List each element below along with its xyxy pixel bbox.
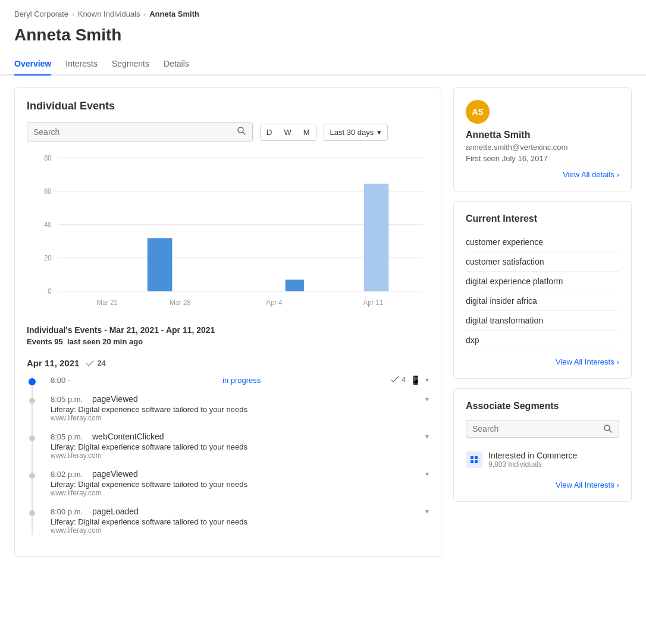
event-details-1: Liferay: Digital experience software tai… [51,442,429,451]
svg-line-20 [610,431,612,433]
profile-card: AS Annetta Smith annette.smith@vertexinc… [453,87,632,191]
view-all-segments-link[interactable]: View All Interests › [466,480,619,489]
avatar: AS [466,100,490,124]
event-url-0: www.liferay.com [51,414,429,422]
breadcrumb-item-1[interactable]: Beryl Corporate [14,10,68,18]
content-area: Individual Events D W M Last 30 days ▾ [0,76,646,568]
event-item-1: 8:05 p.m. webContentClicked ▾ Liferay: D… [39,432,429,460]
tab-details[interactable]: Details [164,54,189,76]
day-count: 24 [85,359,105,368]
event-name-2: pageViewed [92,469,425,479]
time-btn-w[interactable]: W [278,124,297,140]
svg-line-1 [243,133,246,135]
search-box[interactable] [27,122,253,142]
events-count: 95 [54,337,62,346]
breadcrumb-sep-1: › [72,11,74,18]
segment-count-0: 9,803 Individuals [488,460,577,469]
tabs-bar: Overview Interests Segments Details [0,54,646,76]
time-btn-m[interactable]: M [297,124,316,140]
events-summary: Individual's Events - Mar 21, 2021 - Apr… [27,325,429,346]
view-all-interests-link[interactable]: View All Interests › [466,357,619,366]
svg-rect-24 [475,460,478,463]
breadcrumb-item-2[interactable]: Known Individuals [78,10,140,18]
event-dot-active [29,378,36,385]
search-button[interactable] [237,126,246,138]
svg-text:Apr 4: Apr 4 [266,299,283,306]
chevron-right-icon: › [617,170,619,179]
event-actions-session: 4 📱 ▾ [391,375,429,385]
event-details-3: Liferay: Digital experience software tai… [51,517,429,526]
right-panel: AS Annetta Smith annette.smith@vertexinc… [453,87,632,557]
event-details-2: Liferay: Digital experience software tai… [51,480,429,489]
main-panel: Individual Events D W M Last 30 days ▾ [14,87,441,557]
tab-interests[interactable]: Interests [65,54,98,76]
svg-text:60: 60 [44,187,52,195]
event-name-0: pageViewed [92,394,425,404]
svg-text:80: 80 [44,154,52,162]
day-date: Apr 11, 2021 [27,358,79,368]
session-count: 4 [391,376,406,384]
view-all-segments-label: View All Interests [556,480,614,489]
view-all-interests-label: View All Interests [556,357,614,366]
event-time-3: 8:00 p.m. [51,507,92,516]
events-title: Individual's Events - Mar 21, 2021 - Apr… [27,325,429,335]
breadcrumb: Beryl Corporate › Known Individuals › An… [0,0,646,23]
profile-name: Annetta Smith [466,130,619,140]
segments-title: Associate Segments [466,401,619,411]
interests-card: Current Interest customer experience cus… [453,201,632,379]
event-time-2: 8:02 p.m. [51,470,92,479]
event-dropdown-2[interactable]: ▾ [425,470,429,478]
view-all-details-link[interactable]: View All details › [466,170,619,179]
breadcrumb-sep-2: › [144,11,146,18]
segments-search-box[interactable] [466,420,619,438]
segment-item-0: Interested in Commerce 9,803 Individuals [466,446,619,473]
day-header: Apr 11, 2021 24 [27,358,429,368]
event-item-3: 8:00 p.m. pageLoaded ▾ Liferay: Digital … [39,507,429,535]
event-dropdown-1[interactable]: ▾ [425,432,429,441]
event-name-1: webContentClicked [92,432,425,441]
svg-point-0 [238,127,243,133]
event-header-3: 8:00 p.m. pageLoaded ▾ [51,507,429,516]
chart-area: 80 60 40 20 0 Mar 21 Mar 28 Apr 4 Apr 11 [27,152,429,318]
interest-item-4: digital transformation [466,311,619,331]
svg-rect-12 [148,238,173,291]
event-name-3: pageLoaded [92,507,425,516]
event-time-0: 8:05 p.m. [51,395,92,404]
segments-search-input[interactable] [472,424,603,433]
svg-text:0: 0 [48,287,52,295]
device-icon: 📱 [410,375,421,385]
svg-rect-22 [475,456,478,459]
event-header-session: 8:00 - in progress 4 📱 ▾ [51,375,429,385]
time-btn-d[interactable]: D [261,124,278,140]
session-status: in progress [222,376,261,385]
event-header-0: 8:05 p.m. pageViewed ▾ [51,394,429,404]
interests-chevron-right-icon: › [617,357,619,366]
panel-title: Individual Events [27,100,429,112]
svg-text:20: 20 [44,254,52,262]
interest-item-1: customer satisfaction [466,252,619,272]
session-time: 8:00 - [51,376,92,385]
day-section: Apr 11, 2021 24 8:00 - in progress [27,358,429,535]
view-all-details-label: View All details [563,170,614,179]
event-dropdown-3[interactable]: ▾ [425,507,429,516]
tab-segments[interactable]: Segments [112,54,149,76]
events-meta: Events 95 last seen 20 min ago [27,337,429,346]
events-chart: 80 60 40 20 0 Mar 21 Mar 28 Apr 4 Apr 11 [27,152,429,318]
event-item-2: 8:02 p.m. pageViewed ▾ Liferay: Digital … [39,469,429,497]
date-range-selector[interactable]: Last 30 days ▾ [324,124,388,141]
search-input[interactable] [33,127,237,137]
event-dropdown-0[interactable]: ▾ [425,395,429,403]
svg-point-19 [604,425,610,431]
session-dropdown-arrow[interactable]: ▾ [425,376,429,384]
svg-text:Mar 21: Mar 21 [96,299,118,306]
timeline: 8:00 - in progress 4 📱 ▾ [27,375,429,535]
segments-chevron-right-icon: › [617,480,619,489]
event-url-1: www.liferay.com [51,451,429,460]
event-url-3: www.liferay.com [51,526,429,535]
profile-first-seen: First seen July 16, 2017 [466,154,619,163]
interest-item-3: digital insider africa [466,291,619,311]
tab-overview[interactable]: Overview [14,54,51,76]
event-dot-2 [29,473,35,479]
event-header-1: 8:05 p.m. webContentClicked ▾ [51,432,429,441]
search-toolbar: D W M Last 30 days ▾ [27,122,429,142]
